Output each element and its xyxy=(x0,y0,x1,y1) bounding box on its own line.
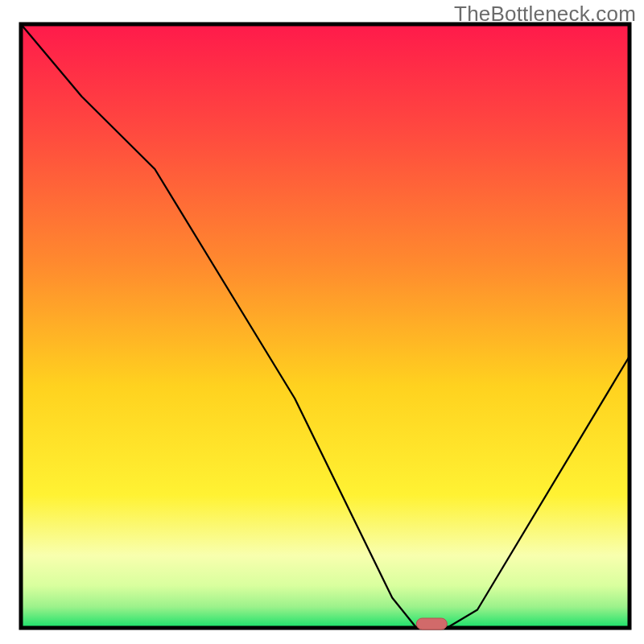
plot-background xyxy=(21,24,630,628)
bottleneck-chart xyxy=(0,0,644,644)
watermark-text: TheBottleneck.com xyxy=(454,2,636,27)
chart-frame: TheBottleneck.com xyxy=(0,0,644,644)
optimal-marker xyxy=(416,618,447,630)
